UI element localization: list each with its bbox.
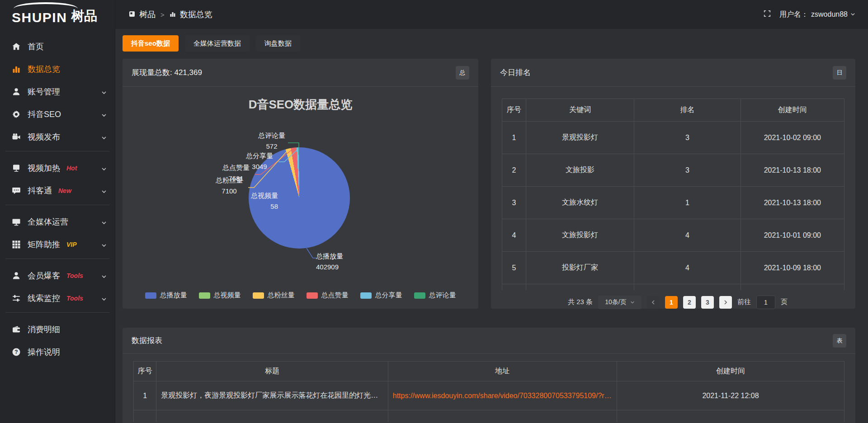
- next-page-button[interactable]: [719, 296, 732, 309]
- data-tabs: 抖音seo数据 全媒体运营数据 询盘数据: [123, 35, 855, 52]
- sidebar-item-data-overview[interactable]: 数据总览: [0, 58, 115, 80]
- overview-panel-header: 展现量总数: 421,369 总: [123, 59, 478, 87]
- table-view-button[interactable]: 表: [833, 334, 846, 348]
- chevron-down-icon: [850, 10, 855, 19]
- day-view-button[interactable]: 日: [833, 66, 846, 80]
- sidebar-item-video-publish[interactable]: 视频发布: [0, 126, 115, 148]
- legend-item-shares[interactable]: 总分享量: [360, 291, 402, 300]
- tab-inquiry-data[interactable]: 询盘数据: [256, 35, 300, 52]
- total-view-button[interactable]: 总: [456, 66, 469, 80]
- sidebar: SHUPIN 树品 首页 数据总览 账号管理 抖音SEO: [0, 0, 115, 423]
- tab-douyin-seo-data[interactable]: 抖音seo数据: [123, 35, 179, 52]
- table-row: 5投影灯厂家42021-10-09 18:00: [502, 252, 844, 284]
- user-menu[interactable]: 用户名： zswodun88: [779, 10, 855, 19]
- prev-page-button[interactable]: [647, 296, 660, 309]
- chevron-down-icon: [101, 188, 107, 196]
- pagination: 共 23 条 10条/页 1 2 3 前往 页: [491, 296, 855, 309]
- legend-item-likes[interactable]: 总点赞量: [307, 291, 349, 300]
- sidebar-item-matrix-boost[interactable]: 矩阵助推 VIP: [0, 233, 115, 256]
- col-created: 创建时间: [741, 99, 844, 122]
- sidebar-item-video-heat[interactable]: 视频加热 Hot: [0, 157, 115, 179]
- video-camera-icon: [12, 132, 21, 141]
- person-icon: [12, 271, 21, 280]
- legend-swatch: [253, 292, 264, 299]
- overview-panel: 展现量总数: 421,369 总 D音SEO数据量总览 总评论量572: [123, 59, 478, 309]
- chevron-down-icon: [101, 89, 107, 97]
- menu-divider: [5, 205, 109, 205]
- report-panel-header: 数据报表 表: [123, 328, 855, 354]
- menu-divider: [5, 312, 109, 313]
- logo-text-cn: 树品: [71, 7, 97, 25]
- goto-label: 前往: [737, 298, 751, 306]
- legend-item-videos[interactable]: 总视频量: [199, 291, 241, 300]
- sidebar-item-label: 抖音SEO: [28, 109, 61, 120]
- chevron-down-icon: [101, 219, 107, 227]
- page-size-select[interactable]: 10条/页: [598, 296, 642, 309]
- chevron-down-icon: [101, 273, 107, 281]
- svg-text:?: ?: [14, 349, 18, 355]
- legend-swatch: [199, 292, 210, 299]
- rank-table: 序号 关键词 排名 创建时间 1景观投影灯32021-10-02 09:00: [502, 99, 844, 290]
- sidebar-item-media-operation[interactable]: 全媒体运营: [0, 211, 115, 233]
- square-icon: [129, 10, 135, 19]
- today-rank-panel: 今日排名 日 序号 关键词 排名 创建时间: [491, 59, 855, 309]
- sidebar-item-label: 线索监控: [28, 293, 60, 304]
- col-keyword: 关键词: [526, 99, 634, 122]
- sidebar-item-member-burst[interactable]: 会员爆客 Tools: [0, 264, 115, 287]
- pagination-total: 共 23 条: [568, 298, 593, 306]
- tab-media-operation-data[interactable]: 全媒体运营数据: [185, 35, 250, 52]
- username-label: 用户名：: [779, 10, 808, 19]
- report-table: 序号 标题 地址 创建时间 1 景观投影灯，夜游景观投影灯厂家展示展示落花灯在花…: [133, 361, 844, 422]
- sidebar-item-instructions[interactable]: ? 操作说明: [0, 341, 115, 363]
- chevron-left-icon: [651, 300, 656, 305]
- pie-chart[interactable]: [249, 147, 350, 249]
- page-2-button[interactable]: 2: [683, 296, 696, 309]
- main-content: 抖音seo数据 全媒体运营数据 询盘数据 展现量总数: 421,369 总 D音…: [115, 29, 868, 423]
- goto-page-input[interactable]: [756, 296, 775, 309]
- sidebar-item-douyin-seo[interactable]: 抖音SEO: [0, 103, 115, 126]
- menu-divider: [5, 151, 109, 151]
- video-title-cell: 景观投影灯，夜游景观投影灯厂家展示展示落花灯在花园里的灯光投影应用效果 #: [156, 381, 388, 410]
- chart-legend: 总播放量 总视频量 总粉丝量 总点赞量 总分享量 总评论量: [123, 291, 478, 300]
- data-report-panel: 数据报表 表 序号 标题 地址 创建时间: [123, 328, 855, 423]
- app-logo[interactable]: SHUPIN 树品: [0, 0, 115, 29]
- sidebar-item-consumption-detail[interactable]: 消费明细: [0, 318, 115, 341]
- legend-swatch: [360, 292, 372, 299]
- video-url-link[interactable]: https://www.iesdouyin.com/share/video/70…: [388, 381, 617, 410]
- top-panel-row: 展现量总数: 421,369 总 D音SEO数据量总览 总评论量572: [123, 59, 855, 309]
- sidebar-item-home[interactable]: 首页: [0, 35, 115, 58]
- impressions-total: 展现量总数: 421,369: [132, 67, 202, 78]
- question-icon: ?: [12, 348, 21, 357]
- topbar-right: 用户名： zswodun88: [763, 9, 855, 19]
- projector-screen-icon: [12, 164, 21, 173]
- table-header-row: 序号 标题 地址 创建时间: [134, 362, 844, 381]
- breadcrumb-separator: >: [160, 11, 165, 19]
- fullscreen-icon[interactable]: [763, 9, 771, 19]
- gear-icon: [12, 110, 21, 119]
- chart-title: D音SEO数据量总览: [123, 97, 478, 113]
- pie-label-likes: 总点赞量7681: [218, 162, 254, 184]
- legend-item-plays[interactable]: 总播放量: [145, 291, 187, 300]
- sidebar-item-label: 视频加热: [28, 163, 60, 174]
- user-icon: [12, 87, 21, 96]
- chevron-down-icon: [101, 112, 107, 120]
- chevron-down-icon: [101, 296, 107, 304]
- bar-chart-icon: [170, 10, 176, 19]
- chevron-down-icon: [101, 134, 107, 142]
- hot-badge: Hot: [66, 164, 77, 172]
- legend-item-comments[interactable]: 总评论量: [414, 291, 456, 300]
- breadcrumb-root[interactable]: 树品: [139, 9, 156, 20]
- pie-label-fans: 总粉丝量7100: [211, 175, 247, 197]
- sliders-icon: [12, 294, 21, 303]
- sidebar-menu: 首页 数据总览 账号管理 抖音SEO 视频发布: [0, 29, 115, 363]
- sidebar-item-account[interactable]: 账号管理: [0, 80, 115, 103]
- report-panel-title: 数据报表: [132, 335, 162, 346]
- legend-item-fans[interactable]: 总粉丝量: [253, 291, 295, 300]
- chevron-down-icon: [101, 165, 107, 174]
- page-1-button[interactable]: 1: [665, 296, 678, 309]
- table-row-clipped: [502, 284, 844, 290]
- sidebar-item-douketong[interactable]: 抖客通 New: [0, 179, 115, 202]
- sidebar-item-lead-monitor[interactable]: 线索监控 Tools: [0, 287, 115, 310]
- sidebar-item-label: 全媒体运营: [28, 216, 68, 227]
- page-3-button[interactable]: 3: [701, 296, 714, 309]
